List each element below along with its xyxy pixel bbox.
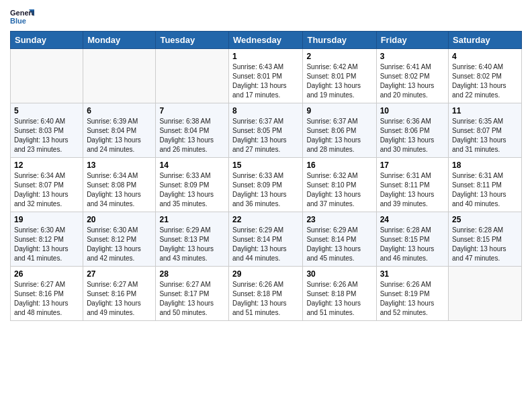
calendar-cell: 29Sunrise: 6:26 AM Sunset: 8:18 PM Dayli… [229,267,303,321]
calendar-cell: 27Sunrise: 6:27 AM Sunset: 8:16 PM Dayli… [83,267,156,321]
calendar-cell: 20Sunrise: 6:30 AM Sunset: 8:12 PM Dayli… [83,212,156,267]
calendar-week-3: 12Sunrise: 6:34 AM Sunset: 8:07 PM Dayli… [11,158,522,212]
day-info: Sunrise: 6:34 AM Sunset: 8:08 PM Dayligh… [87,171,152,209]
day-info: Sunrise: 6:32 AM Sunset: 8:10 PM Dayligh… [306,171,372,209]
calendar-cell: 4Sunrise: 6:40 AM Sunset: 8:02 PM Daylig… [449,49,522,103]
calendar-cell: 24Sunrise: 6:28 AM Sunset: 8:15 PM Dayli… [376,212,448,267]
day-number: 27 [87,269,152,279]
day-number: 11 [452,106,518,116]
day-info: Sunrise: 6:41 AM Sunset: 8:02 PM Dayligh… [380,62,445,100]
weekday-saturday: Saturday [449,32,522,49]
calendar-week-4: 19Sunrise: 6:30 AM Sunset: 8:12 PM Dayli… [11,212,522,267]
calendar-cell: 28Sunrise: 6:27 AM Sunset: 8:17 PM Dayli… [156,267,229,321]
day-number: 19 [14,215,79,224]
calendar-cell: 26Sunrise: 6:27 AM Sunset: 8:16 PM Dayli… [11,267,83,321]
day-number: 2 [306,52,372,61]
calendar-cell: 18Sunrise: 6:31 AM Sunset: 8:11 PM Dayli… [449,158,522,212]
day-info: Sunrise: 6:33 AM Sunset: 8:09 PM Dayligh… [232,171,299,209]
calendar-cell: 30Sunrise: 6:26 AM Sunset: 8:18 PM Dayli… [303,267,376,321]
calendar-week-5: 26Sunrise: 6:27 AM Sunset: 8:16 PM Dayli… [11,267,522,321]
day-number: 6 [87,106,152,116]
calendar-cell: 23Sunrise: 6:29 AM Sunset: 8:14 PM Dayli… [303,212,376,267]
day-info: Sunrise: 6:31 AM Sunset: 8:11 PM Dayligh… [452,171,518,209]
day-info: Sunrise: 6:33 AM Sunset: 8:09 PM Dayligh… [159,171,225,209]
day-number: 21 [159,215,225,224]
day-number: 29 [232,269,299,279]
weekday-friday: Friday [376,32,448,49]
calendar-cell: 11Sunrise: 6:35 AM Sunset: 8:07 PM Dayli… [449,103,522,158]
day-info: Sunrise: 6:35 AM Sunset: 8:07 PM Dayligh… [452,117,518,154]
logo: General Blue [10,7,34,26]
day-info: Sunrise: 6:26 AM Sunset: 8:18 PM Dayligh… [232,280,299,318]
day-info: Sunrise: 6:27 AM Sunset: 8:16 PM Dayligh… [87,280,152,318]
day-number: 31 [380,269,445,279]
day-info: Sunrise: 6:43 AM Sunset: 8:01 PM Dayligh… [232,62,299,100]
calendar-cell: 16Sunrise: 6:32 AM Sunset: 8:10 PM Dayli… [303,158,376,212]
day-number: 10 [380,106,445,116]
calendar-cell [11,49,83,103]
day-info: Sunrise: 6:27 AM Sunset: 8:16 PM Dayligh… [14,280,79,318]
day-number: 20 [87,215,152,224]
day-info: Sunrise: 6:26 AM Sunset: 8:19 PM Dayligh… [380,280,445,318]
calendar-cell: 13Sunrise: 6:34 AM Sunset: 8:08 PM Dayli… [83,158,156,212]
weekday-monday: Monday [83,32,156,49]
day-number: 25 [452,215,518,224]
day-info: Sunrise: 6:30 AM Sunset: 8:12 PM Dayligh… [14,226,79,263]
day-number: 30 [306,269,372,279]
calendar-week-2: 5Sunrise: 6:40 AM Sunset: 8:03 PM Daylig… [11,103,522,158]
header: General Blue [10,7,522,26]
calendar-cell: 19Sunrise: 6:30 AM Sunset: 8:12 PM Dayli… [11,212,83,267]
day-number: 3 [380,52,445,61]
day-number: 26 [14,269,79,279]
calendar-cell: 17Sunrise: 6:31 AM Sunset: 8:11 PM Dayli… [376,158,448,212]
day-info: Sunrise: 6:28 AM Sunset: 8:15 PM Dayligh… [380,226,445,263]
calendar-cell: 25Sunrise: 6:28 AM Sunset: 8:15 PM Dayli… [449,212,522,267]
day-number: 5 [14,106,79,116]
calendar-cell [449,267,522,321]
day-number: 1 [232,52,299,61]
day-number: 18 [452,161,518,170]
calendar-cell: 21Sunrise: 6:29 AM Sunset: 8:13 PM Dayli… [156,212,229,267]
day-number: 28 [159,269,225,279]
svg-text:Blue: Blue [10,17,26,25]
day-info: Sunrise: 6:27 AM Sunset: 8:17 PM Dayligh… [159,280,225,318]
logo-icon: General Blue [10,7,34,26]
calendar-table: SundayMondayTuesdayWednesdayThursdayFrid… [10,31,522,321]
calendar-cell: 9Sunrise: 6:37 AM Sunset: 8:06 PM Daylig… [303,103,376,158]
day-number: 24 [380,215,445,224]
day-info: Sunrise: 6:31 AM Sunset: 8:11 PM Dayligh… [380,171,445,209]
day-info: Sunrise: 6:39 AM Sunset: 8:04 PM Dayligh… [87,117,152,154]
weekday-thursday: Thursday [303,32,376,49]
day-number: 16 [306,161,372,170]
day-info: Sunrise: 6:29 AM Sunset: 8:14 PM Dayligh… [306,226,372,263]
day-number: 23 [306,215,372,224]
calendar-cell: 7Sunrise: 6:38 AM Sunset: 8:04 PM Daylig… [156,103,229,158]
calendar-cell: 8Sunrise: 6:37 AM Sunset: 8:05 PM Daylig… [229,103,303,158]
page: General Blue SundayMondayTuesdayWednesda… [0,0,532,331]
calendar-cell [156,49,229,103]
day-info: Sunrise: 6:29 AM Sunset: 8:13 PM Dayligh… [159,226,225,263]
day-number: 22 [232,215,299,224]
calendar-cell: 15Sunrise: 6:33 AM Sunset: 8:09 PM Dayli… [229,158,303,212]
calendar-cell: 2Sunrise: 6:42 AM Sunset: 8:01 PM Daylig… [303,49,376,103]
day-number: 9 [306,106,372,116]
day-info: Sunrise: 6:34 AM Sunset: 8:07 PM Dayligh… [14,171,79,209]
calendar-cell: 12Sunrise: 6:34 AM Sunset: 8:07 PM Dayli… [11,158,83,212]
day-info: Sunrise: 6:30 AM Sunset: 8:12 PM Dayligh… [87,226,152,263]
calendar-cell: 14Sunrise: 6:33 AM Sunset: 8:09 PM Dayli… [156,158,229,212]
day-number: 8 [232,106,299,116]
calendar-cell: 31Sunrise: 6:26 AM Sunset: 8:19 PM Dayli… [376,267,448,321]
day-info: Sunrise: 6:29 AM Sunset: 8:14 PM Dayligh… [232,226,299,263]
day-number: 4 [452,52,518,61]
calendar-cell [83,49,156,103]
calendar-cell: 22Sunrise: 6:29 AM Sunset: 8:14 PM Dayli… [229,212,303,267]
weekday-sunday: Sunday [11,32,83,49]
day-info: Sunrise: 6:38 AM Sunset: 8:04 PM Dayligh… [159,117,225,154]
calendar-cell: 6Sunrise: 6:39 AM Sunset: 8:04 PM Daylig… [83,103,156,158]
day-number: 12 [14,161,79,170]
day-info: Sunrise: 6:37 AM Sunset: 8:06 PM Dayligh… [306,117,372,154]
day-info: Sunrise: 6:40 AM Sunset: 8:02 PM Dayligh… [452,62,518,100]
weekday-header-row: SundayMondayTuesdayWednesdayThursdayFrid… [11,32,522,49]
day-number: 7 [159,106,225,116]
calendar-week-1: 1Sunrise: 6:43 AM Sunset: 8:01 PM Daylig… [11,49,522,103]
